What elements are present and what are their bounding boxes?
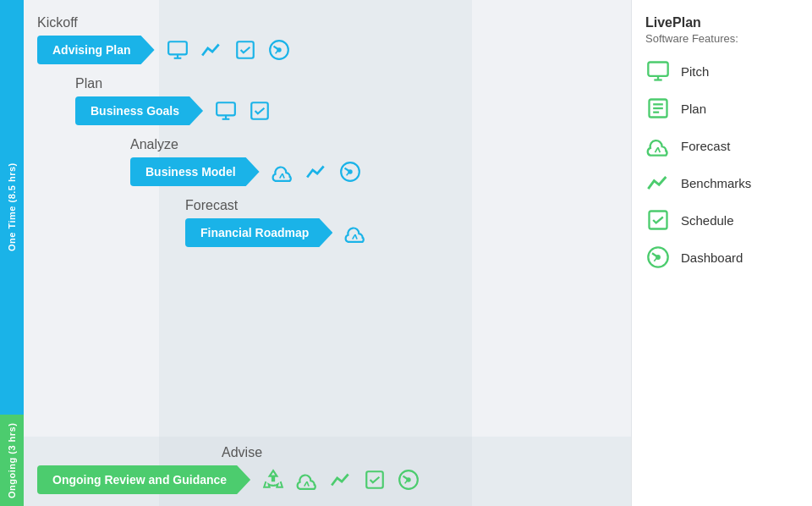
pitch-monitor-icon <box>646 59 670 83</box>
forecast-label: Forecast <box>185 198 617 213</box>
recycle-icon <box>262 469 284 491</box>
liveplan-title: LivePlan <box>645 15 798 30</box>
feature-pitch: Pitch <box>645 58 798 84</box>
checkbox-icon-1 <box>234 39 256 61</box>
schedule-checkbox-icon <box>646 208 670 232</box>
forecast-btn-row: Financial Roadmap <box>185 218 617 247</box>
benchmarks-trend-icon <box>646 171 670 195</box>
ongoing-review-button[interactable]: Ongoing Review and Guidance <box>37 465 250 494</box>
feature-plan: Plan <box>645 96 798 121</box>
checkbox-icon-3 <box>364 469 386 491</box>
section-analyze: Analyze Business Model <box>130 137 617 186</box>
feature-schedule: Schedule <box>645 207 798 233</box>
benchmarks-label: Benchmarks <box>681 176 751 190</box>
analyze-btn-row: Business Model <box>130 157 617 186</box>
forecast-label-right: Forecast <box>681 139 730 153</box>
feature-forecast: Forecast <box>645 133 798 158</box>
pitch-icon-container <box>645 58 671 84</box>
plan-icon-container <box>645 96 671 121</box>
section-forecast: Forecast Financial Roadmap <box>185 198 617 247</box>
dashboard-icon-1 <box>268 39 290 61</box>
ongoing-section: Advise Ongoing Review and Guidance <box>24 437 631 506</box>
dashboard-gauge-icon <box>646 245 670 269</box>
label-one-time: One Time (8.5 hrs) <box>0 0 24 415</box>
checkbox-icon-2 <box>249 100 271 122</box>
pitch-label: Pitch <box>681 64 709 79</box>
dashboard-icon-2 <box>339 161 361 183</box>
feature-benchmarks: Benchmarks <box>645 170 798 195</box>
svg-rect-15 <box>648 63 667 76</box>
plan-btn-row: Business Goals <box>75 96 617 125</box>
right-panel: LivePlan Software Features: Pitch Plan F… <box>631 0 812 506</box>
section-plan: Plan Business Goals <box>75 76 617 125</box>
advising-plan-button[interactable]: Advising Plan <box>37 36 155 64</box>
dashboard-label: Dashboard <box>681 250 743 265</box>
forecast-cloud-icon <box>646 134 670 157</box>
svg-rect-6 <box>217 102 235 115</box>
forecast-icon-2 <box>344 222 366 244</box>
label-ongoing: Ongoing (3 hrs) <box>0 415 24 506</box>
forecast-icon-1 <box>272 161 294 183</box>
svg-rect-0 <box>168 41 187 54</box>
trend-icon-3 <box>330 469 352 491</box>
forecast-icon-3 <box>296 469 318 491</box>
dashboard-icon-3 <box>398 469 420 491</box>
ongoing-btn-row: Ongoing Review and Guidance <box>37 465 617 494</box>
plan-list-icon <box>646 96 670 120</box>
business-model-button[interactable]: Business Model <box>130 157 260 186</box>
trend-icon-2 <box>305 161 327 183</box>
software-features-label: Software Features: <box>645 32 798 45</box>
dashboard-icon-container <box>645 245 671 270</box>
business-goals-button[interactable]: Business Goals <box>75 96 203 125</box>
content-area: Kickoff Advising Plan <box>24 0 631 437</box>
advise-label: Advise <box>222 445 617 460</box>
kickoff-label: Kickoff <box>37 15 617 30</box>
kickoff-btn-row: Advising Plan <box>37 36 617 64</box>
forecast-icon-container <box>645 133 671 158</box>
monitor-icon-2 <box>215 100 237 122</box>
left-labels: One Time (8.5 hrs) Ongoing (3 hrs) <box>0 0 24 506</box>
schedule-icon-container <box>645 207 671 233</box>
main-content: Kickoff Advising Plan <box>24 0 631 506</box>
analyze-label: Analyze <box>130 137 617 152</box>
financial-roadmap-button[interactable]: Financial Roadmap <box>185 218 332 247</box>
section-kickoff: Kickoff Advising Plan <box>37 15 617 64</box>
monitor-icon-1 <box>167 39 189 61</box>
feature-dashboard: Dashboard <box>645 245 798 270</box>
schedule-label: Schedule <box>681 213 734 228</box>
benchmarks-icon-container <box>645 170 671 195</box>
trend-icon-1 <box>200 39 222 61</box>
plan-label-right: Plan <box>681 102 706 116</box>
plan-label: Plan <box>75 76 617 91</box>
